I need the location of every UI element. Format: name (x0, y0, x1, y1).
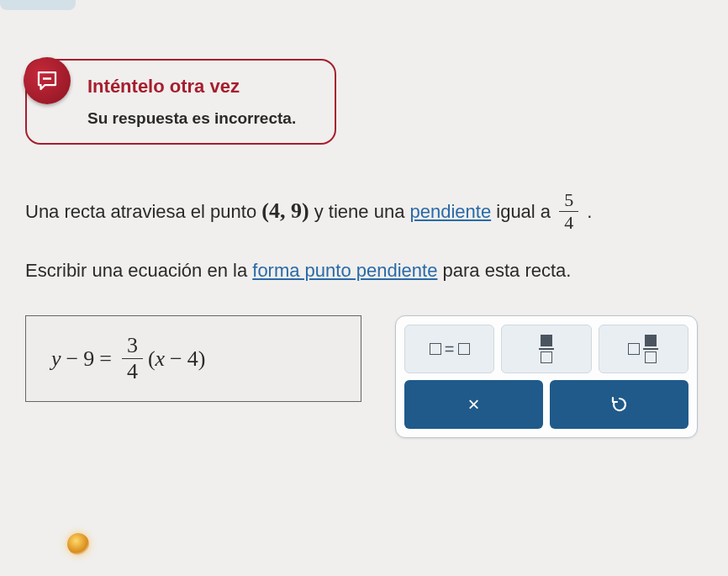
glow-dot-icon (67, 533, 89, 555)
key-fraction[interactable] (501, 325, 591, 373)
key-mixed-fraction[interactable] (599, 325, 688, 373)
ans-y: y (51, 346, 61, 372)
task-pre: Escribir una ecuación en la (25, 260, 252, 281)
problem-point: (4, 9) (261, 198, 309, 223)
slope-link[interactable]: pendiente (409, 201, 491, 222)
ans-frac-num: 3 (122, 335, 143, 359)
key-equation[interactable]: = (404, 325, 494, 373)
math-keypad: = × (395, 315, 698, 438)
ans-frac-den: 4 (122, 359, 143, 383)
box-icon (430, 343, 441, 355)
box-icon (458, 343, 470, 355)
mixed-fraction-icon (628, 335, 658, 363)
problem-period: . (587, 201, 592, 222)
ans-x0: 4 (187, 346, 198, 372)
ans-eq: = (99, 346, 112, 372)
ans-fraction: 3 4 (122, 335, 143, 383)
key-equals-sign: = (445, 340, 455, 359)
task-post: para esta recta. (443, 260, 572, 281)
slope-fraction: 5 4 (559, 191, 578, 232)
problem-statement: Una recta atraviesa el punto (4, 9) y ti… (25, 187, 703, 235)
ans-minus2: − (170, 346, 182, 372)
form-link[interactable]: forma punto pendiente (252, 260, 437, 281)
feedback-title: Inténtelo otra vez (87, 76, 311, 98)
ans-rparen: ) (198, 346, 206, 372)
answer-input-box[interactable]: y − 9 = 3 4 ( x − 4 ) (25, 315, 361, 402)
clear-icon: × (467, 393, 479, 416)
ans-y0: 9 (83, 346, 94, 372)
fraction-icon (539, 335, 554, 363)
task-statement: Escribir una ecuación en la forma punto … (25, 260, 703, 282)
slope-denominator: 4 (559, 212, 578, 232)
ans-x: x (156, 346, 166, 372)
key-reset[interactable] (550, 380, 688, 429)
ans-minus1: − (66, 346, 79, 372)
feedback-subtitle: Su respuesta es incorrecta. (87, 109, 311, 128)
problem-post: igual a (496, 201, 556, 222)
problem-pre: Una recta atraviesa el punto (25, 201, 261, 222)
chat-minus-icon (24, 57, 71, 104)
tab-remnant (0, 0, 76, 10)
key-clear[interactable]: × (404, 380, 543, 429)
slope-numerator: 5 (559, 191, 578, 212)
ans-lparen: ( (148, 346, 156, 372)
problem-mid: y tiene una (314, 201, 410, 222)
feedback-box: Inténtelo otra vez Su respuesta es incor… (25, 59, 336, 145)
reset-icon (609, 394, 630, 415)
